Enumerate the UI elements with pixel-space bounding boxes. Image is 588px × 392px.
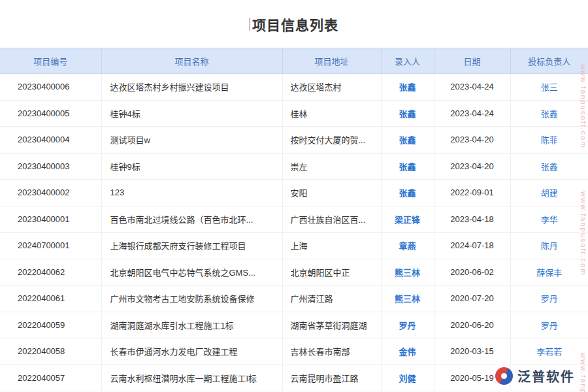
cell-name: 北京朝阳区电气中芯特气系统之GMS... bbox=[101, 259, 282, 286]
cell-date: 2023-04-18 bbox=[434, 206, 510, 233]
cell-address: 湖南省茅草街洞庭湖 bbox=[282, 312, 381, 338]
cell-entry: 章燕 bbox=[381, 233, 434, 259]
cell-manager: 张三 bbox=[510, 74, 588, 101]
entry-person-link[interactable]: 梁正锋 bbox=[395, 215, 420, 225]
table-row: 20230400001百色市南北过境线公路（百色市北环...广西壮族自治区百..… bbox=[0, 206, 588, 233]
cell-code: 2022040061 bbox=[0, 286, 101, 312]
cell-address: 上海 bbox=[282, 233, 381, 259]
cell-address: 云南昆明市盈江路 bbox=[282, 365, 381, 391]
bid-manager-link[interactable]: 李华 bbox=[541, 215, 558, 225]
bid-manager-link[interactable]: 胡建 bbox=[541, 188, 558, 198]
cell-entry: 张鑫 bbox=[381, 153, 434, 180]
table-row: 2022040059湖南洞庭湖水库引水工程施工1标湖南省茅草街洞庭湖罗丹2020… bbox=[0, 312, 588, 338]
cell-date: 2020-06-20 bbox=[434, 312, 510, 338]
cell-code: 20230400003 bbox=[0, 153, 101, 180]
table-row: 20230400005桂钟4标桂林张鑫2023-04-24张鑫 bbox=[0, 100, 588, 127]
table-body: 20230400006达孜区塔杰村乡村振兴建设项目达孜区塔杰村张鑫2023-04… bbox=[0, 74, 588, 391]
cell-name: 广州市文物考古工地安防系统设备保修 bbox=[101, 286, 282, 312]
cell-name: 达孜区塔杰村乡村振兴建设项目 bbox=[101, 74, 282, 101]
cell-entry: 罗丹 bbox=[381, 312, 434, 338]
entry-person-link[interactable]: 张鑫 bbox=[399, 135, 416, 145]
bid-manager-link[interactable]: 陈丹 bbox=[541, 241, 558, 251]
bid-manager-link[interactable]: 李若若 bbox=[536, 347, 562, 357]
cell-address: 安阳 bbox=[282, 180, 381, 206]
cell-manager: 李若若 bbox=[510, 338, 588, 365]
watermark-url: www.fanpusoft.com bbox=[580, 191, 587, 276]
page-header: 项目信息列表 bbox=[0, 0, 588, 48]
bid-manager-link[interactable]: 张鑫 bbox=[541, 162, 558, 172]
cell-name: 湖南洞庭湖水库引水工程施工1标 bbox=[101, 312, 282, 338]
cell-code: 20240700001 bbox=[0, 233, 101, 259]
cell-date: 2023-04-24 bbox=[434, 100, 510, 127]
project-info-table: 项目编号 项目名称 项目地址 录入人 日期 投标负责人 20230400006达… bbox=[0, 48, 588, 391]
page-title: 项目信息列表 bbox=[252, 14, 338, 34]
bid-manager-link[interactable]: 罗丹 bbox=[541, 294, 558, 304]
cell-address: 广州清江路 bbox=[282, 286, 381, 312]
cell-manager: 陈菲 bbox=[510, 127, 588, 154]
entry-person-link[interactable]: 张鑫 bbox=[399, 188, 416, 198]
bid-manager-link[interactable]: 张三 bbox=[541, 82, 558, 92]
entry-person-link[interactable]: 张鑫 bbox=[399, 162, 416, 172]
cell-code: 2022040062 bbox=[0, 259, 101, 286]
cell-date: 2023-04-20 bbox=[434, 153, 510, 180]
cell-entry: 梁正锋 bbox=[381, 206, 434, 233]
cell-code: 20230400005 bbox=[0, 100, 101, 127]
cell-address: 桂林 bbox=[282, 100, 381, 127]
cell-date: 2020-03-15 bbox=[434, 338, 510, 365]
bid-manager-link[interactable]: 罗丹 bbox=[541, 321, 558, 331]
entry-person-link[interactable]: 金伟 bbox=[399, 347, 416, 357]
cell-code: 20230400006 bbox=[0, 74, 101, 101]
cell-date: 2023-04-20 bbox=[434, 127, 510, 154]
table-header: 项目编号 项目名称 项目地址 录入人 日期 投标负责人 bbox=[0, 48, 588, 74]
entry-person-link[interactable]: 熊三林 bbox=[395, 268, 420, 278]
entry-person-link[interactable]: 章燕 bbox=[399, 241, 416, 251]
cell-name: 云南水利枢纽潜明水库一期工程施工I标 bbox=[101, 365, 282, 391]
entry-person-link[interactable]: 刘健 bbox=[399, 374, 416, 384]
column-header-project-name: 项目名称 bbox=[101, 48, 282, 74]
cell-manager: 张鑫 bbox=[510, 100, 588, 127]
entry-person-link[interactable]: 张鑫 bbox=[399, 82, 416, 92]
column-header-entry-person: 录入人 bbox=[381, 48, 434, 74]
cell-entry: 张鑫 bbox=[381, 100, 434, 127]
cell-name: 桂钟9标 bbox=[101, 153, 282, 180]
cell-code: 20230400004 bbox=[0, 127, 101, 154]
cell-entry: 刘健 bbox=[381, 365, 434, 391]
cell-manager: 罗丹 bbox=[510, 312, 588, 338]
cell-manager: 张鑫 bbox=[510, 153, 588, 180]
cell-date: 2024-07-18 bbox=[434, 233, 510, 259]
cell-manager: 李华 bbox=[510, 206, 588, 233]
brand-logo: 泛普软件 bbox=[493, 365, 578, 387]
watermark-url: www.fanpusoft.com bbox=[580, 353, 587, 392]
cell-name: 桂钟4标 bbox=[101, 100, 282, 127]
entry-person-link[interactable]: 熊三林 bbox=[395, 294, 420, 304]
cell-address: 吉林长春市南部 bbox=[282, 338, 381, 365]
cell-address: 按时交付大厦的贺... bbox=[282, 127, 381, 154]
cell-address: 达孜区塔杰村 bbox=[282, 74, 381, 101]
cell-code: 20230400002 bbox=[0, 180, 101, 206]
cell-name: 123 bbox=[101, 180, 282, 206]
brand-name: 泛普软件 bbox=[517, 367, 575, 385]
column-header-project-code: 项目编号 bbox=[0, 48, 101, 74]
table-row: 20230400003桂钟9标崇左张鑫2023-04-20张鑫 bbox=[0, 153, 588, 180]
cell-entry: 张鑫 bbox=[381, 74, 434, 101]
text-cursor bbox=[250, 18, 250, 31]
cell-manager: 罗丹 bbox=[510, 286, 588, 312]
entry-person-link[interactable]: 张鑫 bbox=[399, 109, 416, 119]
cell-date: 2022-09-01 bbox=[434, 180, 510, 206]
table-row: 2022040062北京朝阳区电气中芯特气系统之GMS...北京朝阳区中正熊三林… bbox=[0, 259, 588, 286]
column-header-project-address: 项目地址 bbox=[282, 48, 381, 74]
cell-entry: 张鑫 bbox=[381, 127, 434, 154]
cell-date: 2020-07-20 bbox=[434, 286, 510, 312]
cell-entry: 金伟 bbox=[381, 338, 434, 365]
cell-name: 上海银行成都天府支行装修工程项目 bbox=[101, 233, 282, 259]
bid-manager-link[interactable]: 薛保丰 bbox=[536, 268, 562, 278]
table-row: 20240700001上海银行成都天府支行装修工程项目上海章燕2024-07-1… bbox=[0, 233, 588, 259]
cell-entry: 熊三林 bbox=[381, 286, 434, 312]
entry-person-link[interactable]: 罗丹 bbox=[399, 321, 416, 331]
table-row: 2022040061广州市文物考古工地安防系统设备保修广州清江路熊三林2020-… bbox=[0, 286, 588, 312]
cell-entry: 熊三林 bbox=[381, 259, 434, 286]
bid-manager-link[interactable]: 张鑫 bbox=[541, 109, 558, 119]
bid-manager-link[interactable]: 陈菲 bbox=[541, 135, 558, 145]
table-row: 20230400002123安阳张鑫2022-09-01胡建 bbox=[0, 180, 588, 206]
cell-address: 崇左 bbox=[282, 153, 381, 180]
